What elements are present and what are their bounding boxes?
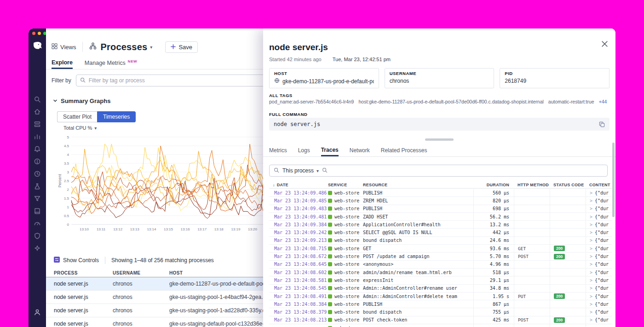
service-name: web-store	[334, 286, 359, 291]
trace-row[interactable]: Mar 23 13:24:08.602 web-store admin/admi…	[269, 269, 612, 276]
datadog-logo-icon[interactable]	[32, 40, 42, 52]
tag-host[interactable]: host:gke-demo-11287-us-prod-e-default-po…	[358, 99, 543, 104]
trace-content[interactable]: >{"dur	[586, 213, 612, 220]
trace-row[interactable]: Mar 23 13:24:09.384 web-store Applicatio…	[269, 221, 612, 229]
trace-row[interactable]: Mar 23 13:24:09.213 web-store bound disp…	[269, 237, 612, 245]
trace-row[interactable]: Mar 23 13:24:08.672 web-store POST /upda…	[269, 252, 612, 260]
col-status-code[interactable]: STATUS CODE	[550, 183, 586, 187]
search-icon[interactable]	[34, 96, 41, 103]
title-chevron-down-icon[interactable]: ▾	[150, 45, 152, 50]
panel-tab[interactable]: Traces	[321, 144, 339, 156]
col-date[interactable]: ↓DATE	[269, 183, 328, 187]
col-duration[interactable]: DURATION	[473, 183, 514, 187]
trace-search-input[interactable]	[331, 167, 603, 174]
show-controls-icon	[54, 257, 60, 264]
scatter-plot-button[interactable]: Scatter Plot	[57, 111, 97, 122]
trace-resource: ZADD HSET	[363, 214, 473, 219]
trace-row[interactable]: Mar 23 13:24:09.242 web-store SELECT @@S…	[269, 229, 612, 236]
bar-chart-icon[interactable]	[34, 133, 41, 140]
gauge-icon[interactable]	[34, 220, 41, 227]
trace-row[interactable]: web-store >	[269, 324, 612, 327]
list-icon[interactable]	[34, 120, 41, 128]
home-icon[interactable]	[34, 108, 41, 115]
close-icon[interactable]	[601, 40, 608, 49]
panel-tab[interactable]: Logs	[298, 144, 310, 156]
trace-row[interactable]: Mar 23 13:24:09.483 web-store PUBLISH 69…	[269, 205, 612, 213]
more-tags-button[interactable]: +44	[599, 99, 607, 104]
trace-content[interactable]: >{"dur	[586, 269, 612, 276]
trace-content[interactable]: >{"dur	[586, 221, 612, 228]
timeseries-button[interactable]: Timeseries	[97, 111, 136, 122]
sort-descending-icon[interactable]: ↓	[273, 183, 275, 187]
panel-tab-label: Related Processes	[381, 147, 427, 154]
col-http-method[interactable]: HTTP METHOD	[514, 183, 550, 187]
book-icon[interactable]	[34, 207, 41, 215]
trace-content[interactable]: >	[586, 324, 612, 327]
trace-row[interactable]: Mar 23 13:24:08.581 web-store expressIni…	[269, 276, 612, 284]
tag-automatic-restart[interactable]: automatic-restart:true	[548, 99, 594, 104]
shield-icon[interactable]	[34, 232, 41, 240]
tab-manage-metrics[interactable]: Manage Metrics NEW	[85, 57, 137, 69]
trace-row[interactable]: Mar 23 13:24:08.545 web-store Admin::Adm…	[269, 285, 612, 293]
trace-row[interactable]: Mar 23 13:24:08.715 web-store GET 93.6 m…	[269, 245, 612, 252]
trace-content[interactable]: >{"dur	[586, 205, 612, 212]
trace-row[interactable]: Mar 23 13:24:08.491 web-store Admin::Adm…	[269, 293, 612, 300]
trace-row[interactable]: Mar 23 13:24:09.486 web-store PUBLISH 56…	[269, 189, 612, 197]
trace-row[interactable]: Mar 23 13:24:09.485 web-store ZREM HDEL …	[269, 197, 612, 205]
trace-content[interactable]: >{"dur	[586, 316, 612, 324]
trace-row[interactable]: Mar 23 13:24:08.384 web-store PUBLISH 86…	[269, 300, 612, 308]
service-name: web-store	[334, 198, 359, 203]
plus-icon	[171, 44, 176, 51]
host-box-value[interactable]: gke-demo-11287-us-prod-e-default-pool-57…	[282, 78, 374, 85]
col-resource[interactable]: RESOURCE	[363, 183, 473, 187]
funnel-icon[interactable]	[34, 195, 41, 202]
show-controls-button[interactable]: Show Controls	[63, 257, 99, 264]
col-process[interactable]: PROCESS	[46, 270, 113, 275]
panel-scrollbar[interactable]	[612, 143, 615, 217]
user-avatar-icon[interactable]	[34, 309, 41, 318]
results-bar: Show Controls Showing 1–48 of 256 matchi…	[54, 257, 214, 264]
trace-content[interactable]: >{"dur	[586, 237, 612, 244]
trace-row[interactable]: Mar 23 13:24:08.645 web-store <anonymous…	[269, 261, 612, 269]
trace-service: web-store	[328, 230, 363, 235]
trace-row[interactable]: Mar 23 13:24:09.481 web-store ZADD HSET …	[269, 213, 612, 221]
copy-icon[interactable]	[599, 121, 605, 127]
trace-content[interactable]: >{"dur	[586, 276, 612, 284]
alert-icon[interactable]	[34, 158, 41, 165]
save-button[interactable]: Save	[165, 41, 198, 53]
trace-content[interactable]: >{"dur	[586, 245, 612, 252]
tag-pod-name[interactable]: pod_name:ad-server-7b554c46c6-lr4n9	[269, 99, 354, 104]
trace-duration: 820 µs	[473, 197, 514, 204]
trace-content[interactable]: >{"dur	[586, 293, 612, 300]
trace-row[interactable]: Mar 23 13:24:08.213 web-store POST check…	[269, 316, 612, 324]
trace-content[interactable]: >{"dur	[586, 261, 612, 268]
scope-dropdown[interactable]: This process ▾	[282, 167, 319, 174]
trace-content[interactable]: >{"dur	[586, 189, 612, 196]
clock-icon[interactable]	[34, 170, 41, 178]
trace-row[interactable]: Mar 23 13:24:08.379 web-store bound disp…	[269, 308, 612, 316]
trace-content[interactable]: >{"dur	[586, 300, 612, 308]
trace-content[interactable]: >{"dur	[586, 197, 612, 204]
panel-drag-handle[interactable]	[425, 138, 454, 141]
col-content[interactable]: CONTENT	[586, 183, 612, 187]
views-button[interactable]: Views	[52, 43, 76, 51]
panel-tab[interactable]: Related Processes	[381, 144, 427, 156]
cpu-timeseries-chart[interactable]: 00.511.522.533.544.5513:1013:1113:1213:1…	[58, 132, 269, 247]
summary-graphs-header[interactable]: Summary Graphs	[53, 98, 110, 104]
panel-tab[interactable]: Network	[350, 144, 370, 156]
trace-content[interactable]: >{"dur	[586, 229, 612, 236]
tab-explore[interactable]: Explore	[52, 57, 73, 69]
bell-icon[interactable]	[34, 145, 41, 153]
flask-icon[interactable]	[34, 183, 41, 190]
trace-content[interactable]: >{"dur	[586, 285, 612, 292]
close-window-button[interactable]	[32, 32, 35, 35]
col-username[interactable]: USERNAME	[113, 270, 169, 275]
trace-content-json: {"dur	[595, 270, 609, 275]
panel-tab[interactable]: Metrics	[269, 144, 287, 156]
metric-selector[interactable]: Total CPU % ▾	[63, 125, 97, 131]
minimize-window-button[interactable]	[38, 32, 41, 35]
col-service[interactable]: SERVICE	[328, 183, 363, 187]
trace-content[interactable]: >{"dur	[586, 252, 612, 260]
trace-content[interactable]: >{"dur	[586, 308, 612, 316]
star-icon[interactable]	[34, 245, 41, 252]
